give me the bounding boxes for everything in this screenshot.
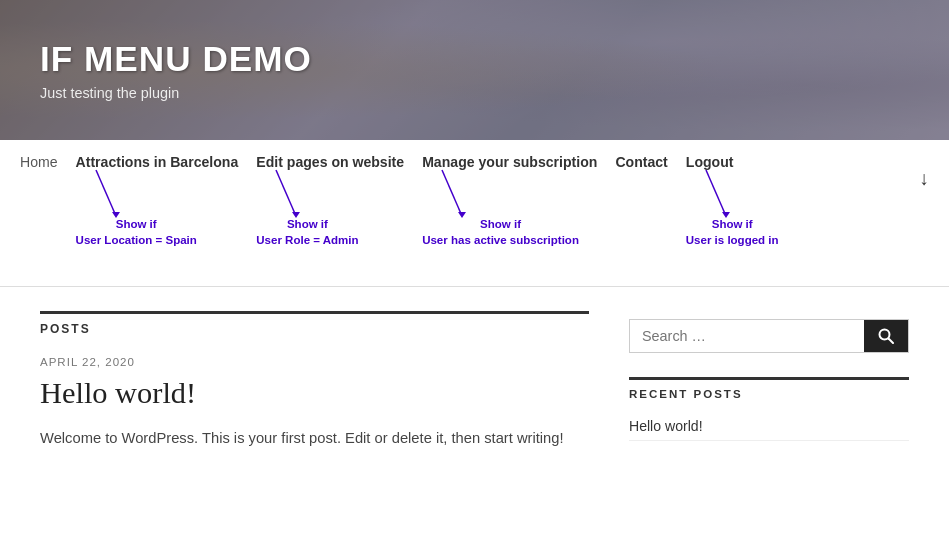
nav-label-home: Home	[20, 154, 58, 170]
site-header: IF MENU DEMO Just testing the plugin	[0, 0, 949, 140]
search-input[interactable]	[630, 320, 864, 352]
show-if-text-edit-pages: Show if	[256, 216, 358, 232]
posts-heading: POSTS	[40, 311, 589, 336]
site-main: POSTS APRIL 22, 2020 Hello world! Welcom…	[0, 287, 949, 475]
nav-item-contact[interactable]: Contact	[615, 154, 667, 170]
site-tagline: Just testing the plugin	[40, 85, 909, 101]
annotation-arrow-logout	[696, 170, 756, 218]
post-title[interactable]: Hello world!	[40, 376, 589, 411]
annotation-edit-pages: Show if User Role = Admin	[256, 216, 358, 248]
condition-text-manage-sub: User has active subscription	[422, 232, 579, 248]
condition-text-logout: User is logged in	[686, 232, 779, 248]
annotation-arrow-manage-sub	[432, 170, 492, 218]
annotation-manage-sub: Show if User has active subscription	[422, 216, 579, 248]
search-box	[629, 319, 909, 353]
svg-line-4	[442, 170, 462, 216]
nav-label-logout: Logout	[686, 154, 734, 170]
nav-item-manage-sub[interactable]: Manage your subscription Show if User ha…	[422, 154, 597, 218]
nav-label-manage-sub: Manage your subscription	[422, 154, 597, 170]
svg-line-6	[706, 170, 726, 216]
show-if-text-attractions: Show if	[76, 216, 197, 232]
post-excerpt: Welcome to WordPress. This is your first…	[40, 427, 589, 451]
svg-line-9	[889, 339, 894, 344]
recent-posts-heading: RECENT POSTS	[629, 377, 909, 400]
nav-item-logout[interactable]: Logout Show if User is logged in	[686, 154, 756, 218]
main-content: POSTS APRIL 22, 2020 Hello world! Welcom…	[40, 311, 589, 451]
condition-text-attractions: User Location = Spain	[76, 232, 197, 248]
nav-label-contact: Contact	[615, 154, 667, 170]
nav-label-attractions: Attractions in Barcelona	[76, 154, 239, 170]
main-nav: Home Attractions in Barcelona Show if Us…	[0, 140, 949, 287]
nav-item-home[interactable]: Home	[20, 154, 58, 170]
show-if-text-logout: Show if	[686, 216, 779, 232]
svg-line-0	[96, 170, 116, 216]
nav-item-edit-pages[interactable]: Edit pages on website Show if User Role …	[256, 154, 404, 218]
post-article: APRIL 22, 2020 Hello world! Welcome to W…	[40, 356, 589, 451]
nav-label-edit-pages: Edit pages on website	[256, 154, 404, 170]
nav-scroll-icon[interactable]: ↓	[919, 154, 929, 190]
svg-line-2	[276, 170, 296, 216]
nav-item-attractions[interactable]: Attractions in Barcelona Show if User Lo…	[76, 154, 239, 218]
annotation-attractions: Show if User Location = Spain	[76, 216, 197, 248]
site-title: IF MENU DEMO	[40, 39, 909, 79]
post-date: APRIL 22, 2020	[40, 356, 589, 368]
recent-post-item[interactable]: Hello world!	[629, 412, 909, 441]
show-if-text-manage-sub: Show if	[422, 216, 579, 232]
condition-text-edit-pages: User Role = Admin	[256, 232, 358, 248]
search-icon	[878, 328, 894, 344]
annotation-logout: Show if User is logged in	[686, 216, 779, 248]
sidebar: RECENT POSTS Hello world!	[629, 311, 909, 451]
annotation-arrow-edit-pages	[266, 170, 326, 218]
annotation-arrow-attractions	[86, 170, 146, 218]
search-button[interactable]	[864, 320, 908, 352]
